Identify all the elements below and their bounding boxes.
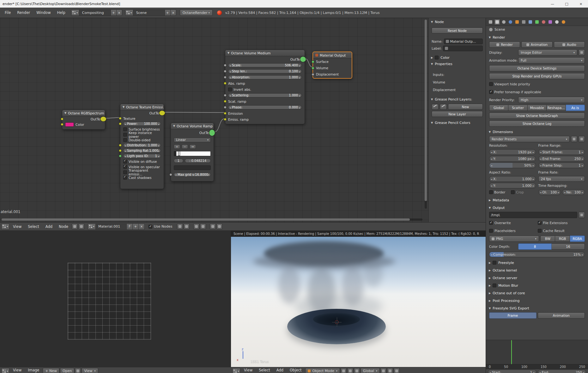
stop-position-field[interactable]: : 0.048214 [185,159,211,163]
svg-animation-button[interactable]: Animation [538,312,585,319]
outtex-socket[interactable] [100,116,106,122]
editor-mode-dropdown[interactable]: View▾ [82,368,98,373]
add-stop-button[interactable]: + [174,144,180,149]
render-priority-dropdown[interactable]: High▾ [518,97,585,103]
properties-scroll[interactable]: ▼Render Render Animation Audio Display:I… [486,33,588,340]
node-name-field[interactable]: Material Outp... [444,39,483,44]
unlink-material-button[interactable]: × [139,223,145,230]
overwrite-checkbox[interactable] [489,221,493,225]
global-button[interactable]: Global [489,105,508,111]
viewport-hide-checkbox[interactable] [489,82,493,86]
use-nodes-checkbox[interactable] [149,225,152,229]
border-checkbox[interactable] [489,190,493,194]
gp-new-button[interactable]: New [448,104,483,110]
start-frame-slider[interactable]: Start Frame:1 [538,149,585,155]
node-octane-texture-emission[interactable]: ▼Octane Texture Emissi... OutTex Texture… [120,104,164,189]
node-header[interactable]: ▼Octane RGBSpectrum ... [62,110,105,116]
display-lock-icon[interactable] [579,49,585,56]
panel-svg-export-header[interactable]: ▼Freestyle SVG Export [486,305,588,311]
power-socket[interactable] [119,122,122,125]
tab-scene-icon[interactable] [501,19,507,25]
render-layers-icon[interactable] [210,223,216,229]
output-path-field[interactable]: /tmp\ [489,212,577,218]
fps-dropdown[interactable]: 24 fps▾ [538,176,585,182]
collapse-triangle-icon[interactable]: ▼ [173,125,175,127]
render-ob-icon[interactable] [394,368,400,373]
depth-8-button[interactable]: 8 [518,243,552,250]
panel-metadata-header[interactable]: ▶Metadata [486,197,588,203]
pivot-point-icon[interactable] [347,368,353,373]
panel-post-processing-header[interactable]: ▶Post Processing [486,297,588,304]
orientation-dropdown[interactable]: Global▾ [361,368,380,373]
minimize-button[interactable]: — [545,0,560,8]
scrollbar-handle[interactable] [2,218,410,221]
scattering-socket[interactable] [224,94,227,97]
viewport-3d[interactable]: Scene | Elapsed: 00:00.36 | Interactive … [231,231,486,367]
max-grid-socket[interactable] [169,173,172,176]
show-octane-log-button[interactable]: Show Octane Log [489,120,585,127]
texture-socket[interactable] [119,117,122,120]
tab-texture-icon[interactable] [547,19,553,25]
delete-layout-button[interactable]: × [117,9,122,16]
node-octane-rgbspectrum[interactable]: ▼Octane RGBSpectrum ... OutTex Color [62,110,105,130]
vertical-scrollbar[interactable] [425,20,427,209]
menu-render[interactable]: Render [14,10,33,15]
keep-instance-power-checkbox[interactable] [123,133,127,137]
show-nodegraph-button[interactable]: Show Octane NodeGraph [489,113,585,119]
menu-view[interactable]: View [10,224,24,229]
node-header[interactable]: ▼Octane Volume Medium [225,50,305,56]
close-button[interactable]: × [574,0,588,8]
menu-view[interactable]: View [241,368,255,372]
depth-16-button[interactable]: 16 [552,243,585,250]
panel-output-header[interactable]: ▼Output [486,205,588,211]
outtex-socket[interactable] [159,110,165,116]
color-socket[interactable] [61,123,64,126]
panel-octane-server-header[interactable]: ▶Octane server [486,275,588,281]
render-view[interactable]: z x 1551 Torus [231,237,486,367]
bw-button[interactable]: BW [540,235,555,242]
emiss-ramp-socket[interactable] [224,118,227,121]
breadcrumb-scene[interactable]: Scene [494,28,505,32]
crop-checkbox[interactable] [511,190,515,194]
collapse-triangle-icon[interactable]: ▼ [123,106,124,108]
menu-image[interactable]: Image [25,368,42,372]
delete-scene-button[interactable]: × [171,9,176,16]
snap-magnet-icon[interactable] [193,223,199,229]
sampling-rate-slider[interactable]: Sampling Rat:1.000 [123,149,161,153]
menu-file[interactable]: File [2,10,14,15]
color-checkbox[interactable] [435,56,439,59]
scattering-slider[interactable]: Scattering:1.000 [228,93,302,97]
interpolation-dropdown[interactable]: Linear▾ [174,138,211,142]
animation-mode-dropdown[interactable]: Full▾ [518,57,585,64]
stop-color-field[interactable] [174,165,211,170]
scene-name[interactable]: Scene [133,9,165,16]
as-is-button[interactable]: As is [566,105,585,111]
ramp-stop-handle[interactable] [178,151,180,156]
remove-stop-button[interactable]: − [182,144,188,149]
menu-node[interactable]: Node [56,224,71,229]
tab-material-icon[interactable] [541,19,547,25]
add-preset-button[interactable] [571,136,577,142]
stop-index-field[interactable]: 1 [174,159,183,163]
light-pass-socket[interactable] [119,155,122,157]
open-image-button[interactable]: Open [60,368,74,373]
file-extensions-checkbox[interactable] [538,221,542,225]
snap-mode-icon[interactable] [200,223,206,229]
animation-button[interactable]: Animation [521,41,552,48]
freestyle-checkbox[interactable] [493,261,496,265]
new-image-button[interactable]: + New [43,368,59,373]
start-frame-field[interactable]: Start:1 [488,370,536,373]
node-tree-icon[interactable] [78,223,84,229]
reset-node-button[interactable]: Reset Node [432,28,483,34]
collapse-triangle-icon[interactable]: ▼ [227,52,229,54]
tab-modifiers-icon[interactable] [527,19,533,25]
copy-nodes-icon[interactable] [216,223,222,229]
new-layer-button[interactable]: New Layer [432,111,483,117]
pin-icon[interactable] [75,368,81,373]
remap-old-slider[interactable]: Ol:100 [538,189,561,195]
material-browse-icon[interactable]: ▾ [88,223,96,230]
tab-particles-icon[interactable] [554,19,560,25]
scale-socket[interactable] [224,64,227,67]
panel-properties-header[interactable]: ▼Properties [429,61,486,67]
parent-node-icon[interactable] [184,223,190,229]
